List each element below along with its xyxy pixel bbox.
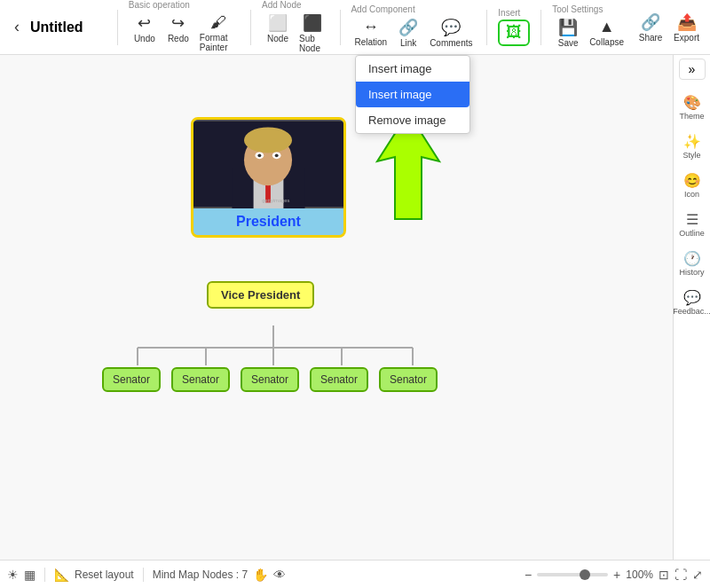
bottom-sep-1 [44,568,45,582]
export-button[interactable]: 📤 Export [670,11,703,44]
share-button[interactable]: 🔗 Share [635,11,667,44]
insert-image-highlighted-item[interactable]: Insert image [356,82,469,107]
fullscreen-button[interactable]: ⤢ [692,568,703,582]
fit-view-button[interactable]: ⊡ [659,568,669,582]
tool-settings-label: Tool Settings [552,4,603,14]
sidebar-feedback-button[interactable]: 💬 Feedbac... [674,284,710,321]
sub-node-icon: ⬛ [303,13,322,33]
insert-dropdown-menu: Insert image Insert image Remove image [355,55,470,134]
svg-text:gettyimages: gettyimages [262,198,289,203]
save-button[interactable]: 💾 Save [552,16,584,50]
node-count-label: Mind Map Nodes : 7 [153,568,248,581]
senator-node-2[interactable]: Senator [171,367,230,392]
link-button[interactable]: 🔗 Link [392,16,424,50]
node-icon: ⬜ [268,13,288,33]
redo-icon: ↪ [171,13,185,33]
theme-icon: 🎨 [683,94,701,111]
add-component-label: Add Component [351,4,414,14]
reset-layout-icon: 📐 [54,568,69,582]
undo-icon: ↩ [138,13,151,33]
back-button[interactable]: ‹ [7,14,27,40]
zoom-slider-track[interactable] [537,573,608,576]
president-image-svg: gettyimages [193,120,343,208]
zoom-out-button[interactable]: − [525,568,532,582]
sidebar-style-button[interactable]: ✨ Style [674,128,710,165]
toolbar-right: 🔗 Share 📤 Export [635,11,703,44]
save-icon: 💾 [558,18,578,37]
sun-button[interactable]: ☀ [7,568,19,582]
redo-button[interactable]: ↪ Redo [162,12,194,54]
svg-point-19 [275,153,279,157]
collapse-button[interactable]: ▲ Collapse [586,16,627,50]
zoom-level-label: 100% [626,568,653,581]
toolbar: ‹ Untitled Basic operation ↩ Undo ↪ Redo… [0,0,710,55]
tool-settings-buttons: 💾 Save ▲ Collapse [552,16,627,50]
add-component-buttons: ↔ Relation 🔗 Link 💬 Comments [351,16,476,50]
eye-button[interactable]: 👁 [273,568,286,582]
bottom-sep-2 [143,568,144,582]
style-icon: ✨ [683,133,701,150]
tool-settings-group: Tool Settings 💾 Save ▲ Collapse [552,4,627,50]
format-painter-icon: 🖌 [210,13,226,32]
insert-label: Insert [498,8,520,18]
basic-operation-buttons: ↩ Undo ↪ Redo 🖌 Format Painter [129,12,240,54]
separator-5 [540,10,541,45]
zoom-controls: − + 100% ⊡ ⛶ ⤢ [525,568,703,582]
grid-button[interactable]: ▦ [24,568,36,582]
reset-layout-label[interactable]: Reset layout [75,568,134,581]
separator-2 [250,10,251,45]
bottom-bar: ☀ ▦ 📐 Reset layout Mind Map Nodes : 7 ✋ … [0,560,710,588]
remove-image-menu-item[interactable]: Remove image [356,107,469,133]
sidebar-icon-button[interactable]: 😊 Icon [674,167,710,204]
insert-image-menu-item[interactable]: Insert image [356,56,469,82]
node-button[interactable]: ⬜ Node [262,12,294,55]
comments-button[interactable]: 💬 Comments [426,16,476,50]
collapse-icon: ▲ [599,18,615,36]
senator-node-3[interactable]: Senator [241,367,299,392]
senator-node-5[interactable]: Senator [379,367,438,392]
format-painter-button[interactable]: 🖌 Format Painter [196,12,240,54]
comments-icon: 💬 [441,18,461,37]
senator-node-1[interactable]: Senator [102,367,161,392]
expand-view-button[interactable]: ⛶ [674,568,687,582]
president-node[interactable]: gettyimages President [191,117,346,238]
zoom-slider-thumb[interactable] [580,569,590,580]
separator-4 [486,10,487,45]
sidebar-theme-button[interactable]: 🎨 Theme [674,89,710,126]
senator-node-4[interactable]: Senator [310,367,368,392]
sidebar-collapse-button[interactable]: » [679,59,706,80]
share-icon: 🔗 [641,12,660,32]
insert-group: Insert 🖼 [498,8,530,46]
outline-icon: ☰ [686,211,698,228]
icon-icon: 😊 [683,172,701,189]
insert-image-button[interactable]: 🖼 [498,20,530,46]
add-component-group: Add Component ↔ Relation 🔗 Link 💬 Commen… [351,4,476,50]
relation-button[interactable]: ↔ Relation [351,16,390,50]
right-sidebar: » 🎨 Theme ✨ Style 😊 Icon ☰ Outline 🕐 His… [673,55,710,560]
canvas-area[interactable]: gettyimages President Vice President Sen… [0,55,674,560]
basic-operation-group: Basic operation ↩ Undo ↪ Redo 🖌 Format P… [129,0,240,54]
insert-image-icon: 🖼 [506,23,522,42]
add-node-buttons: ⬜ Node ⬛ Sub Node [262,12,329,55]
sidebar-outline-button[interactable]: ☰ Outline [674,206,710,243]
export-icon: 📤 [677,12,697,32]
zoom-in-button[interactable]: + [613,568,620,582]
sub-node-button[interactable]: ⬛ Sub Node [296,12,329,55]
hand-tool-button[interactable]: ✋ [253,568,268,582]
separator-3 [340,10,341,45]
sidebar-history-button[interactable]: 🕐 History [674,245,710,282]
relation-icon: ↔ [363,18,379,36]
document-title: Untitled [30,20,101,35]
history-icon: 🕐 [683,250,701,267]
add-node-group: Add Node ⬜ Node ⬛ Sub Node [262,0,329,55]
undo-button[interactable]: ↩ Undo [129,12,161,54]
add-node-label: Add Node [262,0,301,10]
basic-operation-label: Basic operation [129,0,190,10]
svg-point-15 [244,127,292,153]
insert-buttons: 🖼 [498,20,530,46]
svg-point-18 [257,153,261,157]
feedback-icon: 💬 [683,289,701,306]
separator-1 [117,10,118,45]
vp-node[interactable]: Vice President [207,281,314,309]
link-icon: 🔗 [398,18,418,37]
